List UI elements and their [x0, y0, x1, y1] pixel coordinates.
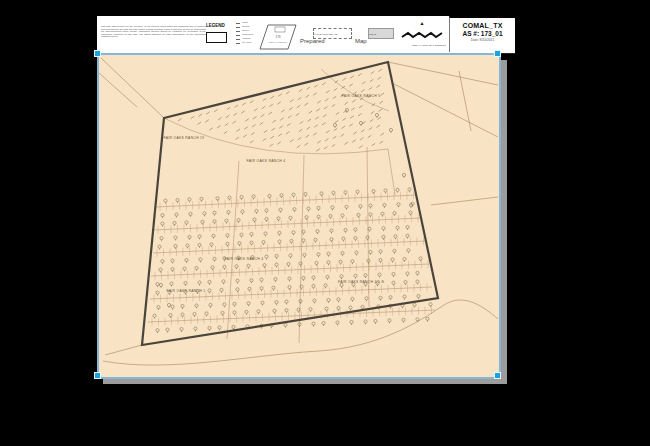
legend-item-label: Roads	[242, 21, 248, 23]
sheet-date: Date: 8/10/2015	[465, 38, 501, 41]
abstract-sheet-number: AS #: 173_01	[450, 30, 515, 38]
subdivision-label: FAIR OAKS RANCH 4	[247, 159, 286, 163]
legend-title: LEGEND	[206, 23, 227, 28]
inset-county-label: COMAL COUNTY	[268, 41, 288, 44]
sheet-title-box: COMAL_TX AS #: 173_01 Date: 8/10/2015	[449, 16, 515, 52]
subdivision-label: FAIR OAKS RANCH 4/5 B	[338, 280, 384, 284]
county-title: COMAL_TX	[450, 22, 515, 30]
prepared-value: FAIR OAKS RANCH 4/5	[314, 32, 337, 34]
location-inset: 173 COMAL COUNTY	[259, 24, 297, 50]
legend-item-label: City Limits	[242, 41, 251, 43]
legend-symbol	[236, 43, 240, 46]
sheet-header: This map was prepared for the inventory …	[97, 16, 515, 54]
disclaimer-block: This map was prepared for the inventory …	[101, 25, 207, 49]
inset-sheet-number: 173	[275, 35, 280, 39]
inset-parallelogram: 173 COMAL COUNTY	[259, 24, 297, 50]
legend-symbol	[236, 31, 240, 34]
legend-item: City Limits	[236, 42, 258, 46]
legend-swatch	[206, 32, 227, 43]
agency-logo: ▲ COMAL APPRAISAL DISTRICT	[397, 21, 447, 50]
map-number-value-box: 173_01	[368, 28, 394, 39]
subdivision-label: FAIR OAKS RANCH 19	[163, 136, 204, 140]
canvas-background: This map was prepared for the inventory …	[0, 0, 650, 446]
prepared-value-box: FAIR OAKS RANCH 4/5	[313, 28, 352, 39]
map-frame[interactable]: FAIR OAKS RANCH 5FAIR OAKS RANCH 19FAIR …	[97, 53, 501, 379]
plat-map: FAIR OAKS RANCH 5FAIR OAKS RANCH 19FAIR …	[99, 55, 499, 377]
logo-caption: COMAL APPRAISAL DISTRICT	[412, 44, 432, 46]
legend-item-label: Subdivisions	[242, 33, 253, 35]
legend-item-label: Parcels	[242, 29, 249, 31]
legend-item-list: RoadsStreamsParcelsSubdivisionsAbstracts…	[236, 22, 258, 46]
legend-box: LEGEND	[206, 23, 234, 43]
selection-handle-top-left[interactable]	[94, 50, 101, 57]
subdivision-label: FAIR OAKS RANCH 4	[225, 257, 264, 261]
subdivision-label: FAIR OAKS RANCH 1	[167, 289, 206, 293]
disclaimer-text: This map was prepared for the inventory …	[101, 25, 206, 37]
selection-handle-bottom-left[interactable]	[94, 372, 101, 379]
subdivision-label: FAIR OAKS RANCH 5	[342, 94, 381, 98]
legend-item-label: Abstracts	[242, 37, 250, 39]
zigzag-logo-icon	[400, 30, 444, 40]
legend-item-label: Streams	[242, 25, 249, 27]
north-arrow-icon: ▲	[397, 21, 447, 26]
selection-handle-top-right[interactable]	[494, 50, 501, 57]
map-paper	[99, 55, 499, 377]
legend-symbol	[236, 35, 240, 38]
legend-symbol	[236, 39, 240, 42]
legend-symbol	[236, 27, 240, 30]
map-number-value: 173_01	[369, 32, 376, 34]
legend-symbol	[236, 23, 240, 26]
selection-handle-bottom-right[interactable]	[494, 372, 501, 379]
